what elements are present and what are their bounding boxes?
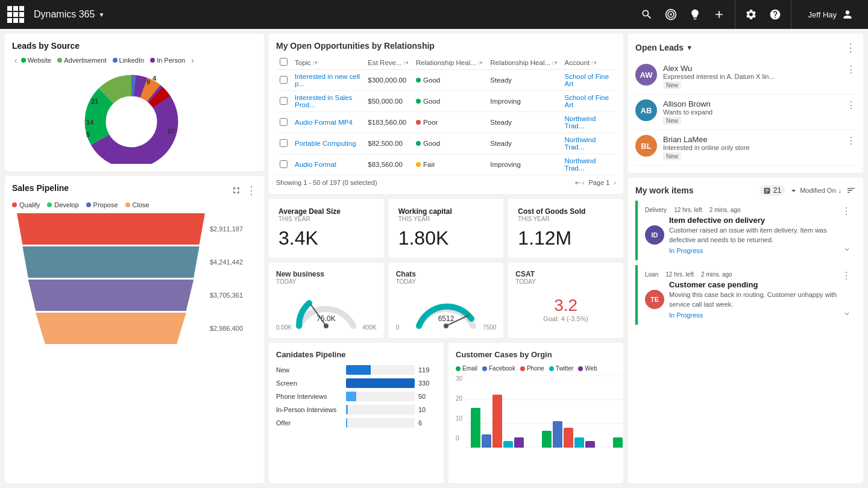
expand-icon[interactable]	[231, 186, 241, 195]
topic-col: Topic ↕▾	[291, 55, 364, 70]
legend-advertisement: Advertisement	[57, 57, 106, 64]
chats-min: 0	[396, 324, 400, 331]
row-checkbox[interactable]	[276, 91, 291, 112]
lead-name[interactable]: Brian LaMee	[663, 135, 840, 144]
work-item-meta: Loan 12 hrs. left 2 mins. ago	[645, 271, 850, 278]
advertisement-dot	[57, 58, 62, 63]
open-leads-caret[interactable]: ▼	[686, 44, 693, 51]
opportunities-table: Topic ↕▾ Est Reve... ↕▾ Relationship Hea…	[276, 55, 616, 175]
select-all-col[interactable]	[276, 55, 291, 70]
kpi-wc-label: Working capital	[398, 207, 494, 216]
candidate-row: Phone Interviews 50	[276, 392, 436, 401]
title-caret-icon: ▼	[98, 11, 104, 18]
search-icon[interactable]	[641, 8, 653, 20]
svg-text:75.0K: 75.0K	[317, 314, 336, 323]
lightbulb-icon[interactable]	[689, 8, 701, 20]
status-label: In Progress	[669, 247, 703, 254]
health1-col: Relationship Heal... ↕▾	[412, 55, 486, 70]
funnel-chart: $2,911,187 $4,241,442 $3,705,361 $2,986,…	[12, 213, 257, 344]
cand-bar-wrap	[346, 365, 415, 375]
app-title[interactable]: Dynamics 365 ▼	[34, 9, 104, 20]
bottom-grid: Canidates Pipeline New 119 Screen 330 Ph…	[269, 343, 623, 483]
twitter-legend: Twitter	[549, 365, 573, 372]
row-topic[interactable]: Audio Format MP4	[291, 112, 364, 133]
facebook-legend: Facebook	[482, 365, 515, 372]
candidate-row: In-Person Interviews 10	[276, 405, 436, 414]
row-topic[interactable]: Interested in Sales Prod...	[291, 91, 364, 112]
lead-more-icon[interactable]: ⋮	[846, 64, 856, 75]
opps-title: My Open Opportunities by Relationship	[276, 41, 616, 51]
cand-count: 119	[418, 366, 436, 374]
add-icon[interactable]	[713, 8, 725, 20]
prev-page-icon[interactable]: ‹	[582, 179, 585, 186]
cases-bar	[574, 437, 584, 448]
work-item-expand-icon[interactable]	[843, 310, 851, 320]
web-legend: Web	[578, 365, 597, 372]
next-page-icon[interactable]: ›	[614, 179, 616, 186]
cases-group	[471, 395, 524, 448]
propose-value: $3,705,361	[210, 292, 252, 299]
cases-chart-body	[465, 375, 623, 448]
work-sort-label: Modified On	[800, 187, 835, 194]
legend-prev-arrow[interactable]: ‹	[12, 55, 20, 65]
work-sort-arrow[interactable]: ↓	[838, 187, 842, 194]
nb-gauge-wrap: 75.0K 0.00K 400K	[276, 290, 377, 331]
cand-bar-wrap	[346, 392, 415, 401]
cand-label: Screen	[276, 380, 342, 387]
row-health2: Steady	[486, 70, 561, 91]
qualify-bar	[17, 213, 205, 245]
row-checkbox[interactable]	[276, 154, 291, 175]
lead-name[interactable]: Allison Brown	[663, 99, 840, 108]
phone-label: Phone	[527, 365, 544, 372]
work-item-row: ID Item defective on delivery Customer r…	[645, 216, 850, 254]
cand-bar-wrap	[346, 418, 415, 428]
kpi-avg-deal: Average Deal Size THIS YEAR 3.4K	[269, 199, 384, 258]
goals-icon[interactable]	[665, 8, 677, 20]
table-row: Portable Computing $82,500.00 Good Stead…	[276, 133, 616, 154]
work-title: My work items	[635, 186, 755, 195]
qualify-label: Qualify	[19, 201, 40, 208]
chats-gauge-wrap: 6512 0 7500	[396, 290, 497, 331]
lead-more-icon[interactable]: ⋮	[846, 135, 856, 146]
open-leads-more[interactable]: ⋮	[845, 41, 856, 54]
row-topic[interactable]: Interested in new cell p...	[291, 70, 364, 91]
select-all-checkbox[interactable]	[280, 58, 288, 66]
row-checkbox[interactable]	[276, 70, 291, 91]
work-item-category: Delivery	[645, 207, 667, 213]
row-checkbox[interactable]	[276, 133, 291, 154]
lead-avatar: BL	[635, 135, 657, 157]
legend-linkedin-label: LinkedIn	[119, 57, 145, 64]
svg-text:4: 4	[153, 75, 157, 82]
lead-name[interactable]: Alex Wu	[663, 64, 840, 73]
cand-label: Phone Interviews	[276, 393, 342, 400]
candidate-row: Screen 330	[276, 378, 436, 388]
estrev-col: Est Reve... ↕▾	[364, 55, 412, 70]
lead-more-icon[interactable]: ⋮	[846, 99, 856, 111]
pipeline-header: Sales Pipeline ⋮	[12, 183, 257, 198]
user-menu[interactable]: Jeff Hay	[801, 8, 861, 20]
kpi-avg-deal-value: 3.4K	[278, 227, 374, 249]
help-icon[interactable]	[769, 8, 781, 20]
work-item-expand-icon[interactable]	[843, 245, 851, 255]
facebook-label: Facebook	[489, 365, 515, 372]
work-item-more-icon[interactable]: ⋮	[841, 205, 851, 217]
legend-next-arrow[interactable]: ›	[189, 55, 197, 65]
row-topic[interactable]: Portable Computing	[291, 133, 364, 154]
row-topic[interactable]: Audio Format	[291, 154, 364, 175]
waffle-menu[interactable]	[7, 6, 24, 23]
work-sort-control[interactable]: Modified On ↓	[790, 187, 841, 195]
pipeline-more-icon[interactable]: ⋮	[246, 184, 257, 197]
first-page-icon[interactable]: ⇤	[575, 179, 580, 186]
settings-icon[interactable]	[745, 8, 757, 20]
row-estrev: $300,000.00	[364, 70, 412, 91]
cand-bar	[346, 392, 356, 401]
row-account: Northwind Trad...	[561, 154, 616, 175]
row-health1: Fair	[412, 154, 486, 175]
cand-count: 330	[418, 380, 436, 387]
work-item-more-icon[interactable]: ⋮	[841, 270, 851, 281]
row-health2: Improving	[486, 91, 561, 112]
work-filter-icon[interactable]	[846, 186, 856, 195]
work-item-title: Item defective on delivery	[669, 216, 850, 225]
svg-text:67: 67	[168, 128, 175, 135]
row-checkbox[interactable]	[276, 112, 291, 133]
